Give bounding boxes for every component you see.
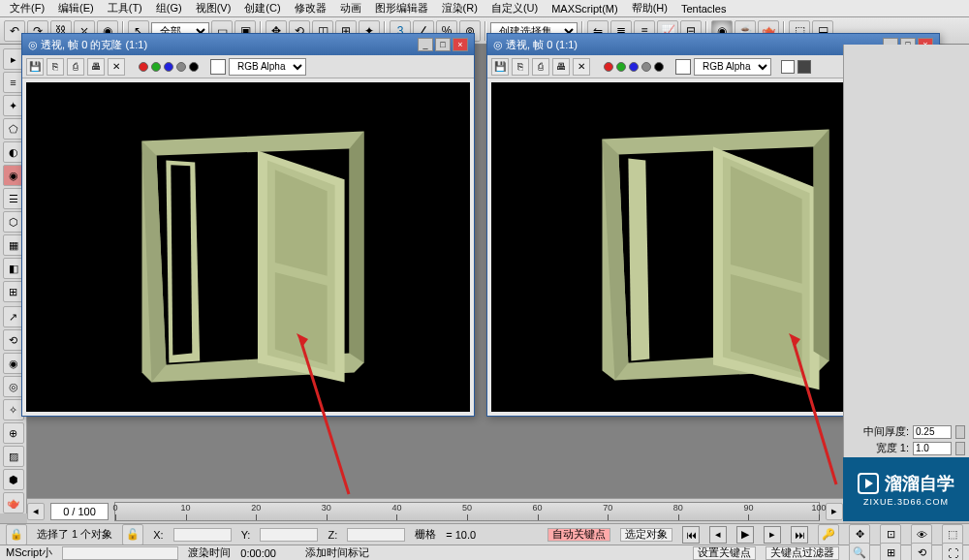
copy-icon[interactable]: ⎘ <box>512 58 529 76</box>
render-content-left[interactable] <box>26 82 470 412</box>
frame-counter[interactable]: 0 / 100 <box>50 503 109 520</box>
channel-alpha[interactable] <box>641 62 651 72</box>
print-icon[interactable]: 🖶 <box>87 58 105 76</box>
clone-icon[interactable]: ⎙ <box>67 58 84 76</box>
nav5[interactable]: 🔍 <box>849 543 870 561</box>
channel-blue[interactable] <box>164 62 173 72</box>
svg-marker-23 <box>275 272 328 365</box>
spinner[interactable] <box>955 425 965 439</box>
window-icon: ◎ <box>28 39 38 51</box>
menu-views[interactable]: 视图(V) <box>190 0 237 16</box>
watermark: 溜溜自学 ZIXUE.3D66.COM <box>843 457 969 521</box>
param-row-width1: 宽度 1: <box>848 441 965 455</box>
menu-tools[interactable]: 工具(T) <box>102 0 148 16</box>
coord-y-label: Y: <box>241 529 251 541</box>
autokey-button[interactable]: 自动关键点 <box>547 528 610 542</box>
nav8[interactable]: ⛶ <box>942 543 963 561</box>
goto-start[interactable]: ⏮ <box>682 526 700 544</box>
play[interactable]: ▶ <box>736 526 754 544</box>
menu-create[interactable]: 创建(C) <box>238 0 286 16</box>
l19[interactable]: ⬢ <box>3 469 24 490</box>
command-panel: 中间厚度: 宽度 1: 宽度 2: <box>843 45 969 498</box>
menu-file[interactable]: 文件(F) <box>4 0 50 16</box>
coord-z-label: Z: <box>328 529 337 541</box>
coord-x-label: X: <box>153 529 163 541</box>
l20[interactable]: 🫖 <box>3 492 24 513</box>
maximize-button[interactable]: □ <box>435 38 451 51</box>
keyfilter-button[interactable]: 关键点过滤器 <box>766 546 839 560</box>
watermark-brand: 溜溜自学 <box>885 472 954 495</box>
clone-icon[interactable]: ⎙ <box>532 58 549 76</box>
param-input-width1[interactable] <box>913 442 952 455</box>
param-label: 宽度 1: <box>876 441 909 455</box>
menu-grapheditors[interactable]: 图形编辑器 <box>369 0 434 16</box>
addtime-label[interactable]: 添加时间标记 <box>305 545 369 560</box>
key-icon[interactable]: 🔑 <box>818 524 839 545</box>
channel-red[interactable] <box>139 62 148 72</box>
nav7[interactable]: ⟲ <box>911 543 932 561</box>
channel-select-right[interactable]: RGB Alpha <box>694 58 771 76</box>
copy-icon[interactable]: ⎘ <box>47 58 64 76</box>
channel-blue[interactable] <box>629 62 639 72</box>
coord-y[interactable] <box>260 528 318 542</box>
swatch3[interactable] <box>797 60 811 74</box>
menu-edit[interactable]: 编辑(E) <box>52 0 100 16</box>
color-swatch[interactable] <box>210 59 226 75</box>
coord-x[interactable] <box>173 528 232 542</box>
l17[interactable]: ⊕ <box>3 422 24 444</box>
lock-sel-icon[interactable]: 🔓 <box>122 524 143 545</box>
coord-z[interactable] <box>347 528 405 542</box>
channel-alpha[interactable] <box>176 62 186 72</box>
param-label: 中间厚度: <box>863 424 909 439</box>
menu-animation[interactable]: 动画 <box>334 0 367 16</box>
elapsed-value: 0:00:00 <box>240 547 276 559</box>
menu-group[interactable]: 组(G) <box>150 0 188 16</box>
render-title-text: 透视, 帧 0 (1:1) <box>506 38 578 52</box>
param-input-thickness[interactable] <box>913 425 952 439</box>
timeline[interactable]: ◂ 0 / 100 0102030405060708090100 ▸ <box>27 498 843 523</box>
swatch2[interactable] <box>781 60 795 74</box>
l18[interactable]: ▨ <box>3 446 24 467</box>
lock-icon[interactable]: 🔒 <box>6 524 27 545</box>
next-frame[interactable]: ▸ <box>764 526 781 544</box>
render-window-left: ◎ 透视, 帧 0 的克隆 (1:1) _ □ × 💾 ⎘ ⎙ 🖶 ✕ RGB … <box>21 33 475 417</box>
goto-end[interactable]: ⏭ <box>791 526 808 544</box>
save-icon[interactable]: 💾 <box>26 58 44 76</box>
menu-tentacles[interactable]: Tentacles <box>675 2 732 16</box>
menu-rendering[interactable]: 渲染(R) <box>436 0 484 16</box>
clear-icon[interactable]: ✕ <box>573 58 590 76</box>
close-button[interactable]: × <box>453 38 468 51</box>
maxscript-label[interactable]: MScript小 <box>6 545 52 560</box>
setkey-button[interactable]: 设置关键点 <box>693 546 756 560</box>
save-icon[interactable]: 💾 <box>491 58 509 76</box>
minimize-button[interactable]: _ <box>418 38 433 51</box>
selected-filter[interactable]: 选定对象 <box>620 528 672 542</box>
menu-customize[interactable]: 自定义(U) <box>485 0 544 16</box>
channel-red[interactable] <box>604 62 613 72</box>
menu-bar: 文件(F) 编辑(E) 工具(T) 组(G) 视图(V) 创建(C) 修改器 动… <box>0 0 969 17</box>
channel-green[interactable] <box>151 62 161 72</box>
channel-select-left[interactable]: RGB Alpha <box>229 58 306 76</box>
window-icon: ◎ <box>493 39 503 51</box>
spinner[interactable] <box>955 442 965 455</box>
time-ruler[interactable]: 0102030405060708090100 <box>114 502 820 521</box>
script-input[interactable] <box>62 546 178 560</box>
nav6[interactable]: ⊞ <box>880 543 901 561</box>
selection-status: 选择了 1 个对象 <box>37 527 112 542</box>
render-title-left[interactable]: ◎ 透视, 帧 0 的克隆 (1:1) _ □ × <box>22 34 474 55</box>
render-title-text: 透视, 帧 0 的克隆 (1:1) <box>41 38 147 52</box>
color-swatch[interactable] <box>675 59 691 75</box>
menu-help[interactable]: 帮助(H) <box>626 0 673 16</box>
param-row-thickness: 中间厚度: <box>848 424 965 439</box>
channel-mono[interactable] <box>189 62 199 72</box>
print-icon[interactable]: 🖶 <box>552 58 570 76</box>
timeline-left[interactable]: ◂ <box>27 503 45 520</box>
channel-mono[interactable] <box>654 62 664 72</box>
menu-modifiers[interactable]: 修改器 <box>289 0 332 16</box>
svg-marker-25 <box>350 132 364 363</box>
menu-maxscript[interactable]: MAXScript(M) <box>546 2 623 16</box>
prev-frame[interactable]: ◂ <box>709 526 727 544</box>
timeline-right[interactable]: ▸ <box>826 503 843 520</box>
clear-icon[interactable]: ✕ <box>108 58 125 76</box>
channel-green[interactable] <box>616 62 626 72</box>
